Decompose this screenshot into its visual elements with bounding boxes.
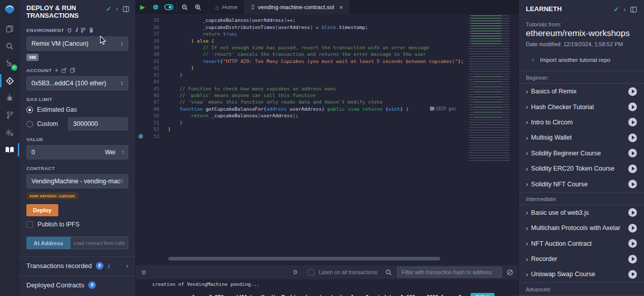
account-select[interactable]: 0x5B3...eddC4 (100 ether) ▲▼	[26, 76, 128, 90]
tutorial-item[interactable]: ›Uniswap Swap Course	[519, 267, 644, 282]
play-tutorial-icon[interactable]	[628, 270, 637, 279]
custom-gas-input[interactable]	[68, 117, 128, 130]
play-tutorial-icon[interactable]	[628, 149, 637, 157]
import-tutorial-row[interactable]: › Import another tutorial repo	[519, 47, 644, 63]
environment-info-icon[interactable]: i	[75, 26, 78, 34]
code-line[interactable]: 39 // If not enough time has passed, rev…	[136, 44, 463, 51]
chevron-right-icon[interactable]: ›	[526, 224, 528, 232]
estimated-gas-radio[interactable]	[26, 107, 33, 113]
code-line[interactable]: 35 _cupcakeBalances[userAddress]++;	[136, 17, 463, 23]
chevron-right-icon[interactable]: ›	[526, 240, 528, 247]
transactions-info-icon[interactable]: i	[108, 262, 110, 270]
deployed-contracts-row[interactable]: Deployed Contracts 0	[19, 276, 135, 294]
code-line[interactable]: 44	[136, 78, 463, 85]
panel-expand-icon[interactable]: ›	[116, 6, 118, 13]
clear-terminal-icon[interactable]	[507, 269, 513, 276]
tutorial-item[interactable]: ›Multisig Wallet	[519, 130, 644, 145]
code-line[interactable]: 42 }	[136, 64, 463, 71]
ai-toggle-icon[interactable]	[162, 0, 175, 14]
tutorial-item[interactable]: ›Basic use of web3.js	[519, 205, 644, 220]
close-tab-icon[interactable]: ×	[339, 4, 343, 11]
code-line[interactable]: 50 return _cupcakeBalances[userAddress];	[136, 112, 463, 119]
solidity-compiler-icon[interactable]: ✓	[0, 55, 19, 72]
code-line[interactable]: 43 }	[136, 72, 463, 78]
tutorial-item[interactable]: ›Hash Checker Tutorial	[519, 99, 644, 114]
deploy-button[interactable]: Deploy	[26, 204, 58, 216]
code-line[interactable]: 52}	[136, 126, 463, 133]
chevron-right-icon[interactable]: ›	[126, 262, 128, 270]
remix-logo-icon[interactable]	[0, 0, 19, 20]
chevron-right-icon[interactable]: ›	[526, 165, 528, 173]
chevron-right-icon[interactable]: ›	[526, 134, 528, 142]
run-script-icon[interactable]: ▶	[136, 0, 149, 14]
play-tutorial-icon[interactable]	[628, 180, 637, 188]
value-unit-select[interactable]: Wei ▲▼	[101, 145, 128, 159]
environment-select[interactable]: Remix VM (Cancun) ▲▼	[26, 37, 128, 51]
deploy-run-icon[interactable]	[0, 72, 19, 89]
file-explorer-icon[interactable]	[0, 20, 19, 38]
debugger-icon[interactable]	[0, 89, 19, 107]
tutorial-item[interactable]: ›Recorder	[519, 251, 644, 267]
zoom-in-icon[interactable]	[191, 0, 204, 14]
zoom-out-icon[interactable]	[178, 0, 191, 14]
pin-panel-icon[interactable]	[630, 7, 637, 13]
value-input[interactable]	[26, 145, 101, 159]
breakpoint-icon[interactable]	[136, 134, 145, 139]
learneth-expand-icon[interactable]: ›	[624, 6, 626, 13]
play-tutorial-icon[interactable]	[628, 208, 637, 217]
at-address-button[interactable]: At Address	[26, 237, 70, 249]
horizontal-scrollbar[interactable]	[168, 257, 440, 260]
sign-message-icon[interactable]	[61, 68, 67, 73]
code-line[interactable]: 40 // 'revert' cancels the transaction a…	[136, 51, 463, 57]
play-tutorial-icon[interactable]	[628, 103, 637, 111]
tutorial-item[interactable]: ›Solidity Beginner Course	[519, 146, 644, 161]
code-line[interactable]: 47 // 'view' means this function only re…	[136, 98, 463, 105]
play-tutorial-icon[interactable]	[628, 134, 637, 142]
tab-file[interactable]: vending-machine-contract.sol ×	[244, 0, 350, 14]
settings-icon[interactable]	[0, 124, 19, 141]
play-tutorial-icon[interactable]	[628, 118, 637, 126]
code-line[interactable]: 48 function getCupcakeBalanceFor(address…	[136, 106, 463, 112]
add-account-icon[interactable]: +	[55, 67, 58, 73]
tutorial-item[interactable]: ›Multichain Protocols with Axelar	[519, 220, 644, 236]
debug-button[interactable]: Debug	[471, 293, 494, 296]
play-tutorial-icon[interactable]	[628, 224, 637, 233]
copy-account-icon[interactable]	[70, 68, 75, 73]
fork-environment-icon[interactable]	[81, 27, 86, 33]
tutorial-item[interactable]: ›NFT Auction Contract	[519, 236, 644, 251]
code-line[interactable]: 38 } else {	[136, 37, 463, 44]
play-tutorial-icon[interactable]	[628, 255, 637, 264]
tutorial-item[interactable]: ›Solidity ERC20 Token Course	[519, 161, 644, 176]
terminal-filter-input[interactable]	[397, 267, 502, 278]
chevron-right-icon[interactable]: ›	[526, 271, 528, 278]
tutorial-item[interactable]: ›Solidity NFT Course	[519, 176, 644, 191]
chevron-right-icon[interactable]: ›	[526, 209, 528, 216]
publish-ipfs-checkbox[interactable]	[26, 221, 33, 228]
chevron-right-icon[interactable]: ›	[526, 118, 528, 126]
delete-environment-icon[interactable]	[89, 27, 94, 33]
code-line[interactable]: 53	[136, 133, 463, 139]
git-icon[interactable]	[0, 107, 19, 124]
plug-icon[interactable]	[67, 27, 72, 33]
play-tutorial-icon[interactable]	[628, 165, 637, 173]
code-editor[interactable]: 35 _cupcakeBalances[userAddress]++;36 _c…	[136, 14, 518, 265]
chevron-right-icon[interactable]: ›	[526, 149, 528, 157]
code-line[interactable]: 45 // Function to check how many cupcake…	[136, 85, 463, 91]
code-line[interactable]: 37 return true;	[136, 30, 463, 37]
code-line[interactable]: 41 revert("HTTP 429: Too Many Cupcakes (…	[136, 58, 463, 64]
tab-home[interactable]: ⌂ Home	[208, 0, 244, 14]
code-line[interactable]: 51 }	[136, 119, 463, 126]
tutorial-item[interactable]: ›Intro to Circom	[519, 115, 644, 130]
play-tutorial-icon[interactable]	[628, 239, 637, 248]
at-address-input[interactable]	[70, 237, 128, 249]
custom-gas-radio[interactable]	[26, 121, 33, 127]
play-tutorial-icon[interactable]	[628, 87, 637, 96]
learneth-icon[interactable]	[0, 141, 19, 158]
code-line[interactable]: 36 _cupcakeDistributionTimes[userAddress…	[136, 23, 463, 30]
pin-panel-icon[interactable]	[123, 6, 129, 12]
collapse-terminal-icon[interactable]	[141, 270, 147, 275]
search-icon[interactable]	[0, 38, 19, 55]
contract-select[interactable]: VendingMachine - vending-machin ▲▼	[26, 174, 128, 188]
listen-all-checkbox[interactable]	[308, 269, 314, 276]
chevron-right-icon[interactable]: ›	[526, 180, 528, 188]
